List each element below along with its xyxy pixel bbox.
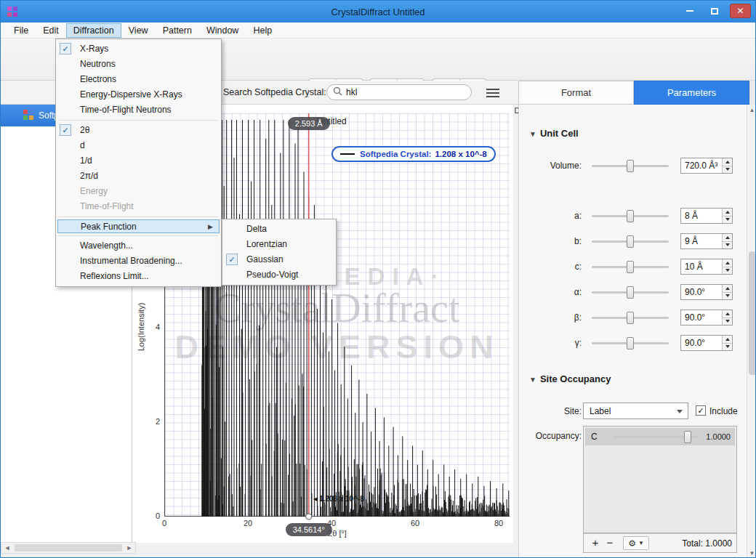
gamma-slider[interactable] — [592, 336, 669, 350]
occupancy-list-footer: + − ⚙▼ Total: 1.0000 — [583, 533, 737, 553]
menu-pattern[interactable]: Pattern — [156, 23, 199, 38]
gamma-field[interactable]: 90.0° — [680, 335, 733, 351]
menu-item-delta[interactable]: Delta — [222, 222, 336, 237]
spinner-arrows[interactable] — [722, 310, 732, 325]
gear-icon: ⚙ — [628, 538, 636, 549]
site-actions-button[interactable]: ⚙▼ — [623, 536, 649, 550]
b-field[interactable]: 9 Å — [680, 233, 733, 249]
c-slider[interactable] — [592, 259, 669, 274]
occupancy-label: Occupancy: — [519, 431, 582, 441]
maximize-button[interactable] — [704, 4, 725, 18]
c-label: c: — [519, 262, 582, 272]
menu-window[interactable]: Window — [199, 23, 246, 38]
menu-view[interactable]: View — [121, 23, 156, 38]
y-tick-label: 0 — [147, 512, 160, 520]
beta-slider[interactable] — [592, 310, 669, 325]
menu-separator — [59, 120, 218, 121]
menu-item-gaussian[interactable]: ✓Gaussian — [222, 252, 336, 267]
occupancy-value: 1.0000 — [706, 432, 731, 441]
tab-parameters[interactable]: Parameters — [634, 81, 749, 105]
search-menu-icon[interactable] — [486, 86, 501, 98]
menu-item-d[interactable]: d — [56, 138, 221, 153]
volume-slider[interactable] — [592, 158, 669, 173]
scroll-right-arrow-icon[interactable]: ► — [124, 543, 134, 552]
spinner-arrows[interactable] — [722, 158, 732, 173]
app-icon — [7, 6, 18, 20]
submenu-arrow-icon: ▶ — [208, 220, 213, 234]
unit-cell-header[interactable]: ▼Unit Cell — [529, 128, 579, 139]
menu-item-2pi-over-d[interactable]: 2π/d — [56, 169, 221, 184]
y-axis-label: Log(Intensity) — [137, 291, 145, 363]
volume-field[interactable]: 720.0 Å³ — [680, 158, 733, 174]
occupancy-row[interactable]: C 1.0000 — [585, 428, 735, 445]
diffraction-menu: ✓X-Rays Neutrons Electrons Energy-Disper… — [55, 39, 222, 287]
a-slider[interactable] — [592, 209, 669, 223]
alpha-field[interactable]: 90.0° — [680, 284, 733, 300]
beta-row: β: 90.0° — [519, 309, 747, 326]
window-title: CrystalDiffract Untitled — [1, 7, 755, 17]
occupancy-list[interactable]: C 1.0000 — [583, 426, 737, 533]
menu-separator — [59, 235, 218, 236]
tab-format[interactable]: Format — [518, 81, 634, 105]
checkmark-icon: ✓ — [60, 124, 71, 136]
menu-item-electrons[interactable]: Electrons — [56, 72, 221, 87]
panel-scrollbar[interactable]: ▲ ▼ — [747, 105, 756, 558]
scrollbar-thumb[interactable] — [15, 544, 122, 551]
volume-row: Volume: 720.0 Å³ — [519, 157, 747, 174]
scroll-left-arrow-icon[interactable]: ◄ — [2, 543, 12, 552]
x-tick-label: 80 — [494, 519, 503, 527]
a-label: a: — [519, 211, 582, 221]
menu-file[interactable]: File — [7, 23, 36, 38]
scale-annotation: ◄1.208 x 10^-8 — [312, 495, 364, 503]
b-label: b: — [519, 236, 582, 246]
menu-item-time-of-flight-neutrons[interactable]: Time-of-Flight Neutrons — [56, 102, 221, 118]
menu-item-1-over-d[interactable]: 1/d — [56, 153, 221, 169]
x-tick-label: 0 — [162, 519, 166, 527]
cursor-d-spacing-tooltip: 2.593 Å — [288, 117, 330, 130]
occupancy-total: Total: 1.0000 — [682, 538, 732, 549]
b-slider[interactable] — [592, 234, 669, 248]
menu-item-neutrons[interactable]: Neutrons — [56, 57, 221, 72]
search-input[interactable]: hkl — [326, 84, 472, 100]
add-site-button[interactable]: + — [588, 536, 603, 550]
a-field[interactable]: 8 Å — [680, 208, 733, 224]
close-button[interactable]: ✕ — [730, 4, 751, 18]
menu-item-lorentzian[interactable]: Lorentzian — [222, 237, 336, 252]
volume-label: Volume: — [519, 161, 582, 171]
checkmark-icon: ✓ — [60, 43, 71, 54]
alpha-label: α: — [519, 287, 582, 297]
menu-help[interactable]: Help — [246, 23, 279, 38]
menu-item-x-rays[interactable]: ✓X-Rays — [56, 41, 221, 57]
horizontal-scrollbar[interactable]: ◄ ► — [1, 542, 136, 554]
menu-item-pseudo-voigt[interactable]: Pseudo-Voigt — [222, 267, 336, 283]
minimize-button[interactable] — [679, 4, 700, 18]
c-field[interactable]: 10 Å — [680, 259, 733, 275]
search-label: Search Softpedia Crystal: — [223, 87, 326, 97]
alpha-slider[interactable] — [592, 285, 669, 299]
spinner-arrows[interactable] — [722, 285, 732, 299]
include-checkbox[interactable]: ✓ — [696, 405, 706, 416]
scroll-up-arrow-icon[interactable]: ▲ — [747, 105, 756, 116]
menu-item-instrumental-broadening[interactable]: Instrumental Broadening... — [56, 254, 221, 269]
remove-site-button[interactable]: − — [603, 536, 617, 550]
beta-field[interactable]: 90.0° — [680, 310, 733, 326]
panel-scrollbar-thumb[interactable] — [749, 251, 756, 375]
spinner-arrows[interactable] — [722, 259, 732, 274]
menu-item-wavelength[interactable]: Wavelength... — [56, 238, 221, 254]
spinner-arrows[interactable] — [722, 234, 732, 248]
spinner-arrows[interactable] — [722, 209, 732, 223]
site-dropdown[interactable]: Label — [583, 403, 688, 419]
spinner-arrows[interactable] — [722, 336, 732, 350]
menu-edit[interactable]: Edit — [36, 23, 66, 38]
gamma-row: γ: 90.0° — [519, 334, 747, 352]
menu-item-energy-dispersive-x-rays[interactable]: Energy-Dispersive X-Rays — [56, 87, 221, 102]
menu-item-peak-function[interactable]: Peak Function▶ — [57, 219, 220, 233]
scroll-down-arrow-icon[interactable]: ▼ — [747, 548, 756, 558]
occupancy-slider[interactable] — [614, 429, 698, 444]
cursor-handle[interactable] — [306, 514, 312, 519]
menu-diffraction[interactable]: Diffraction — [66, 23, 121, 38]
menu-item-reflexions-limit[interactable]: Reflexions Limit... — [56, 269, 221, 284]
menu-item-2theta[interactable]: ✓2θ — [56, 123, 221, 138]
chevron-down-icon: ▼ — [638, 540, 644, 546]
site-occupancy-header[interactable]: ▼Site Occupancy — [529, 373, 611, 384]
